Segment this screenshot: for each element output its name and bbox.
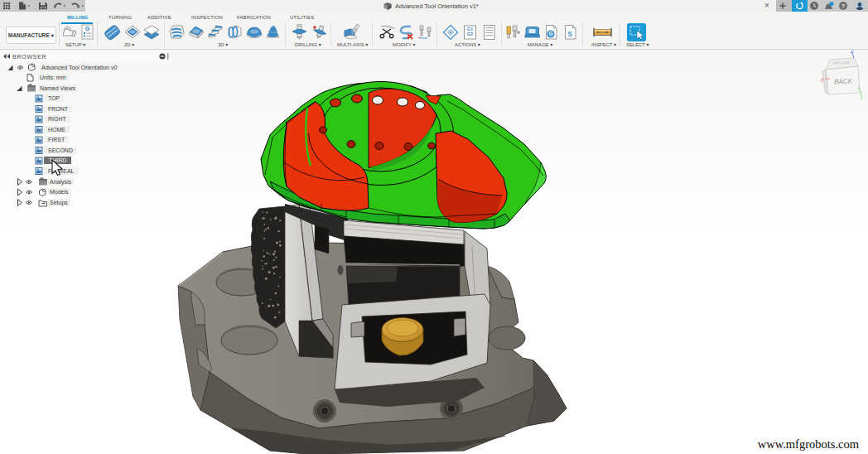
svg-text:?: ?: [841, 2, 846, 10]
svg-text:S: S: [567, 30, 572, 38]
svg-text:BACK: BACK: [834, 77, 853, 85]
svg-text:G2: G2: [467, 31, 473, 36]
svg-text:G: G: [85, 26, 90, 31]
svg-text:G: G: [548, 31, 552, 36]
svg-text:BOTTOM: BOTTOM: [833, 60, 850, 65]
svg-text:X: X: [819, 77, 824, 83]
